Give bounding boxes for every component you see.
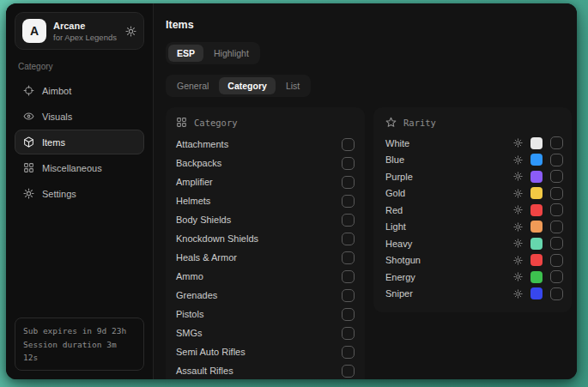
gear-icon[interactable] <box>513 239 523 248</box>
checkbox[interactable] <box>550 154 563 166</box>
checkbox[interactable] <box>550 287 563 300</box>
checkbox[interactable] <box>342 251 355 264</box>
category-row-label: Pistols <box>176 309 203 319</box>
checkbox[interactable] <box>550 254 563 267</box>
category-row-label: Attachments <box>176 139 228 149</box>
gear-icon <box>23 188 34 199</box>
sidebar: A Arcane for Apex Legends Category Aimbo… <box>6 3 154 379</box>
category-row-helmets: Helmets <box>176 191 355 210</box>
tab-category[interactable]: Category <box>219 77 276 94</box>
checkbox[interactable] <box>550 270 563 283</box>
checkbox[interactable] <box>342 346 355 359</box>
category-row-label: Backpacks <box>176 158 221 168</box>
rarity-row-label: Gold <box>385 188 513 198</box>
panels-row: Category AttachmentsBackpacksAmplifierHe… <box>166 107 572 379</box>
app-title: Arcane <box>53 21 118 31</box>
rarity-row-blue: Blue <box>385 152 565 169</box>
checkbox[interactable] <box>342 233 355 245</box>
rarity-panel-header: Rarity <box>385 117 565 128</box>
tab-list[interactable]: List <box>277 77 308 94</box>
gear-icon[interactable] <box>513 155 523 165</box>
tab-highlight[interactable]: Highlight <box>205 45 258 62</box>
rarity-row-controls <box>513 254 565 267</box>
app-subtitle: for Apex Legends <box>53 33 118 42</box>
color-swatch[interactable] <box>530 171 543 183</box>
category-row-label: Ammo <box>176 271 203 281</box>
category-row-ammo: Ammo <box>176 267 355 286</box>
checkbox[interactable] <box>342 289 355 302</box>
color-swatch[interactable] <box>530 238 543 250</box>
checkbox[interactable] <box>342 365 355 378</box>
page-title: Items <box>166 19 572 31</box>
grid-icon <box>23 162 34 173</box>
category-row-label: Body Shields <box>176 215 231 225</box>
app-logo: A <box>22 19 46 43</box>
checkbox[interactable] <box>342 157 355 170</box>
color-swatch[interactable] <box>530 221 543 233</box>
rarity-row-label: Purple <box>385 172 513 182</box>
rarity-row-controls <box>513 170 565 183</box>
rarity-row-label: Shotgun <box>385 255 513 265</box>
checkbox[interactable] <box>342 176 355 189</box>
gear-icon[interactable] <box>513 289 523 299</box>
color-swatch[interactable] <box>530 154 543 166</box>
rarity-list: WhiteBluePurpleGoldRedLightHeavyShotgunE… <box>385 135 565 302</box>
gear-icon[interactable] <box>513 272 523 281</box>
rarity-row-label: White <box>385 138 513 148</box>
checkbox[interactable] <box>342 214 355 227</box>
gear-icon[interactable] <box>125 26 136 37</box>
tab-esp[interactable]: ESP <box>168 45 203 62</box>
category-panel-header: Category <box>176 117 355 128</box>
sidebar-item-miscellaneous[interactable]: Miscellaneous <box>15 155 144 180</box>
color-swatch[interactable] <box>530 271 543 283</box>
gear-icon[interactable] <box>513 189 523 198</box>
category-row-semi-auto-rifles: Semi Auto Rifles <box>176 342 355 361</box>
color-swatch[interactable] <box>530 204 543 216</box>
rarity-row-sniper: Sniper <box>385 286 565 303</box>
sidebar-item-settings[interactable]: Settings <box>15 181 144 206</box>
sidebar-item-items[interactable]: Items <box>15 130 144 154</box>
rarity-row-gold: Gold <box>385 185 565 203</box>
gear-icon[interactable] <box>513 172 523 181</box>
checkbox[interactable] <box>550 203 563 216</box>
app-header-card: A Arcane for Apex Legends <box>15 12 144 50</box>
rarity-row-controls <box>513 270 565 283</box>
sidebar-item-aimbot[interactable]: Aimbot <box>15 78 144 103</box>
checkbox[interactable] <box>550 221 563 233</box>
grid-icon <box>176 117 187 128</box>
sidebar-item-label: Aimbot <box>42 86 71 96</box>
rarity-panel-title: Rarity <box>403 118 436 128</box>
app-meta: Arcane for Apex Legends <box>53 21 118 42</box>
gear-icon[interactable] <box>513 205 523 215</box>
category-row-pistols: Pistols <box>176 305 355 324</box>
rarity-row-controls <box>513 187 565 200</box>
checkbox[interactable] <box>342 327 355 340</box>
category-row-assault-rifles: Assault Rifles <box>176 361 355 379</box>
tab-general[interactable]: General <box>168 77 217 94</box>
checkbox[interactable] <box>550 136 563 149</box>
category-row-label: Semi Auto Rifles <box>176 347 246 357</box>
category-row-label: Helmets <box>176 196 210 206</box>
sidebar-item-visuals[interactable]: Visuals <box>15 104 144 129</box>
rarity-row-label: Light <box>385 221 513 232</box>
gear-icon[interactable] <box>513 256 523 265</box>
checkbox[interactable] <box>550 170 563 183</box>
checkbox[interactable] <box>550 187 563 200</box>
rarity-row-controls <box>513 237 565 250</box>
subscription-status-card: Sub expires in 9d 23h Session duration 3… <box>15 317 144 371</box>
gear-icon[interactable] <box>513 138 523 148</box>
checkbox[interactable] <box>342 195 355 208</box>
rarity-row-label: Heavy <box>385 239 513 249</box>
color-swatch[interactable] <box>530 254 543 266</box>
checkbox[interactable] <box>342 308 355 321</box>
checkbox[interactable] <box>550 237 563 250</box>
checkbox[interactable] <box>342 270 355 283</box>
color-swatch[interactable] <box>530 287 543 299</box>
box-icon <box>23 136 34 148</box>
color-swatch[interactable] <box>530 137 543 149</box>
category-row-backpacks: Backpacks <box>176 154 355 172</box>
color-swatch[interactable] <box>530 187 543 199</box>
rarity-row-label: Blue <box>385 154 513 165</box>
checkbox[interactable] <box>342 138 355 151</box>
gear-icon[interactable] <box>513 222 523 232</box>
